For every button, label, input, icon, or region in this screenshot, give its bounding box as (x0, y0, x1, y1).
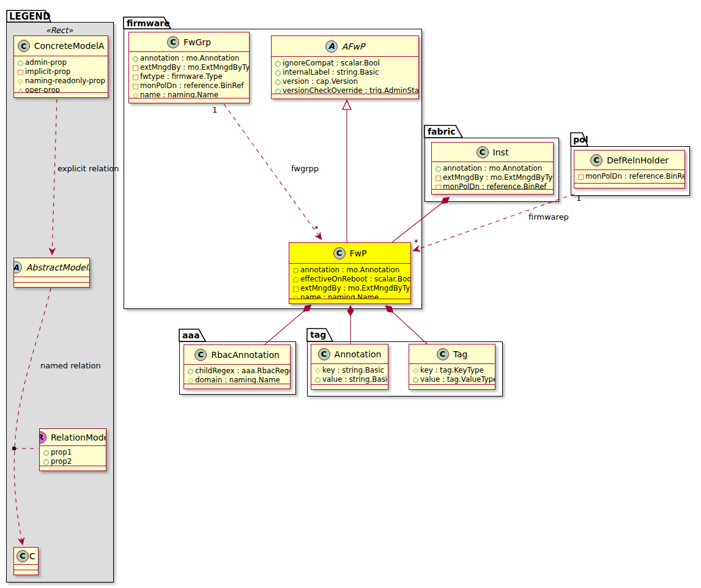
package-label-pol: pol (573, 135, 588, 144)
class-attributes: childRegex : aaa.RbacRegex domain : nami… (184, 364, 290, 384)
attribute-row: annotation : mo.Annotation (432, 164, 553, 173)
class-c: C C (13, 547, 39, 575)
visibility-icon (131, 91, 140, 99)
class-afwp: A AFwP ignoreCompat : scalar.Bool intern… (271, 35, 419, 99)
attribute-row: fwtype : firmware.Type (129, 72, 249, 81)
attribute-text: childRegex : aaa.RbacRegex (195, 367, 290, 376)
visibility-icon (291, 266, 300, 275)
class-attributes: monPolDn : reference.BinRef (574, 169, 684, 183)
attribute-row: name : naming.Name (129, 91, 249, 99)
edge-label-firmwarep: firmwarep (529, 212, 569, 221)
legend-stereotype: «Rect» (6, 26, 113, 35)
attribute-text: prop2 (51, 457, 72, 466)
class-spot-icon: C (477, 146, 489, 158)
attribute-text: key : tag.KeyType (420, 366, 484, 375)
package-label-firmware: firmware (127, 18, 170, 28)
class-header: A AbstractModelB (14, 258, 89, 277)
attribute-row: implicit-prop (14, 67, 108, 76)
class-defrelnholder: C DefRelnHolder monPolDn : reference.Bin… (574, 150, 685, 188)
visibility-icon (434, 164, 443, 173)
class-attributes: prop1 prop2 (40, 445, 106, 466)
attribute-text: domain : naming.Name (195, 376, 280, 384)
class-attributes: ignoreCompat : scalar.Bool internalLabel… (272, 56, 418, 94)
class-fwgrp: C FwGrp annotation : mo.Annotation extMn… (128, 32, 250, 103)
class-attributes: key : tag.KeyType value : tag.ValueType (409, 363, 495, 384)
class-header: C Tag (409, 344, 495, 363)
visibility-icon (273, 68, 283, 77)
class-methods-empty (14, 570, 38, 575)
attribute-text: annotation : mo.Annotation (300, 266, 399, 274)
class-spot-icon: C (167, 36, 179, 48)
attribute-row: key : string.Basic (311, 366, 388, 375)
visibility-icon (291, 284, 300, 293)
attribute-row: value : string.Basic (311, 375, 388, 384)
attribute-row: annotation : mo.Annotation (129, 54, 249, 63)
class-spot-icon: C (590, 154, 603, 166)
class-attributes (14, 277, 89, 282)
attribute-row: monPolDn : reference.BinRef (574, 172, 684, 181)
attribute-row: annotation : mo.Annotation (289, 266, 410, 275)
edge-label-fwgrpp: fwgrpp (291, 164, 319, 173)
class-header: R RelationModel (40, 429, 106, 445)
package-legend (6, 22, 114, 582)
multiplicity-one-defrelnholder: 1 (576, 193, 581, 203)
class-methods-empty (40, 466, 106, 471)
package-label-legend: LEGEND (9, 12, 50, 21)
attribute-row: naming-readonly-prop (14, 76, 108, 86)
visibility-icon (273, 77, 283, 86)
visibility-icon (42, 457, 51, 466)
class-name: FwP (350, 248, 367, 258)
class-header: C ConcreteModelA (14, 36, 108, 56)
attribute-text: version : cap.Version (283, 77, 358, 86)
visibility-icon (186, 376, 195, 384)
edge-label-explicit-relation: explicit relation (57, 164, 119, 173)
attribute-row: prop1 (40, 448, 106, 457)
visibility-icon (273, 59, 283, 68)
visibility-icon (131, 72, 140, 81)
attribute-row: extMngdBy : mo.ExtMngdByType (129, 63, 249, 72)
package-label-fabric: fabric (428, 127, 456, 136)
attribute-row: extMngdBy : mo.ExtMngdByType (289, 284, 410, 293)
visibility-icon (16, 67, 25, 76)
package-label-tag: tag (310, 330, 326, 340)
attribute-row: versionCheckOverride : trig.AdminState (272, 86, 418, 94)
class-attributes: annotation : mo.Annotation effectiveOnRe… (289, 263, 410, 299)
visibility-icon (16, 86, 25, 93)
attribute-row: childRegex : aaa.RbacRegex (184, 367, 290, 376)
class-attributes: admin-prop implicit-prop naming-readonly… (14, 56, 108, 92)
attribute-row: ignoreCompat : scalar.Bool (272, 59, 418, 68)
visibility-icon (313, 366, 322, 375)
class-rbacannotation: C RbacAnnotation childRegex : aaa.RbacRe… (184, 344, 291, 389)
attribute-row: admin-prop (14, 58, 108, 67)
class-spot-icon: C (318, 348, 330, 360)
class-methods-empty (14, 282, 89, 287)
attribute-text: annotation : mo.Annotation (443, 164, 542, 173)
class-spot-icon: C (437, 348, 449, 360)
visibility-icon (273, 86, 283, 94)
class-methods-empty (574, 183, 684, 188)
attribute-text: effectiveOnReboot : scalar.Bool (300, 275, 410, 283)
attribute-row: value : tag.ValueType (409, 375, 495, 384)
attribute-text: internalLabel : string.Basic (283, 68, 379, 77)
attribute-text: fwtype : firmware.Type (140, 72, 223, 81)
class-header: C Annotation (311, 344, 388, 363)
attribute-text: monPolDn : reference.BinRef (585, 172, 684, 181)
class-relationmodel: R RelationModel prop1 prop2 (39, 428, 106, 471)
class-name: Tag (453, 349, 468, 359)
edge-fwp-contains-tag (385, 305, 428, 344)
class-methods-empty (129, 98, 249, 103)
class-concretemodela: C ConcreteModelA admin-prop implicit-pro… (13, 35, 108, 98)
class-spot-icon: C (17, 550, 29, 562)
class-attributes: annotation : mo.Annotation extMngdBy : m… (432, 162, 553, 189)
uml-class-diagram: LEGEND firmware fabric pol aaa tag «Rect… (0, 0, 701, 588)
visibility-icon (291, 275, 300, 284)
attribute-row: oper-prop (14, 86, 108, 93)
class-name: Inst (493, 147, 509, 157)
class-name: C (29, 551, 35, 561)
class-name: ConcreteModelA (34, 41, 105, 51)
attribute-text: oper-prop (25, 86, 60, 93)
class-tag: C Tag key : tag.KeyType value : tag.Valu… (409, 344, 495, 390)
class-header: C RbacAnnotation (184, 345, 290, 364)
visibility-icon (42, 448, 51, 457)
class-name: RbacAnnotation (211, 350, 280, 360)
